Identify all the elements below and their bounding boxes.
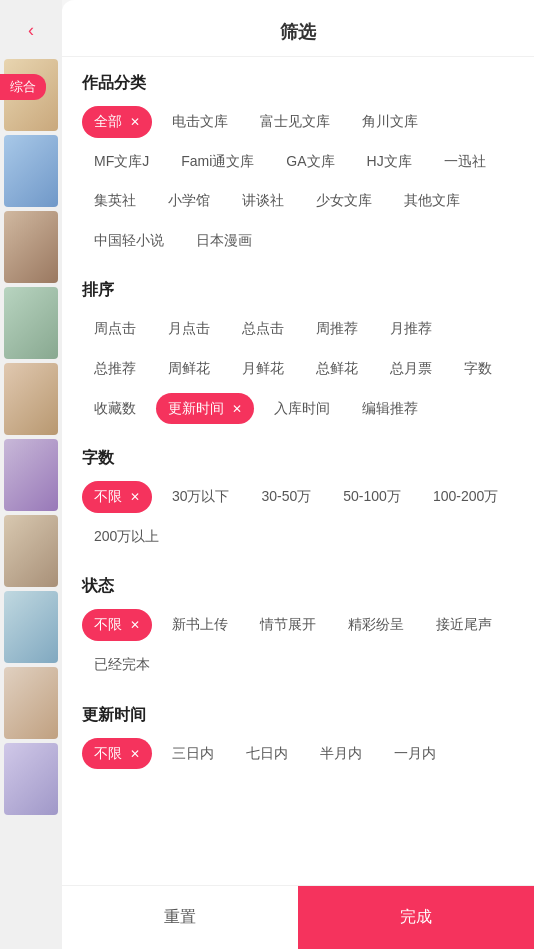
sidebar-book-card[interactable] [4, 515, 58, 587]
tag-sort-总推荐[interactable]: 总推荐 [82, 353, 148, 385]
tag-wordcount-100-200万[interactable]: 100-200万 [421, 481, 510, 513]
tag-category-Fami通文库[interactable]: Fami通文库 [169, 146, 266, 178]
tag-update_time-不限[interactable]: 不限 ✕ [82, 738, 152, 770]
tag-category-电击文库[interactable]: 电击文库 [160, 106, 240, 138]
sidebar-book-card[interactable] [4, 287, 58, 359]
tag-status-精彩纷呈[interactable]: 精彩纷呈 [336, 609, 416, 641]
tag-status-已经完本[interactable]: 已经完本 [82, 649, 162, 681]
tag-update_time-半月内[interactable]: 半月内 [308, 738, 374, 770]
tag-category-小学馆[interactable]: 小学馆 [156, 185, 222, 217]
tags-container-category: 全部 ✕电击文库富士见文库角川文库MF文库JFami通文库GA文库HJ文库一迅社… [82, 106, 514, 256]
tag-sort-字数[interactable]: 字数 [452, 353, 504, 385]
sidebar-book-list [0, 51, 62, 823]
tag-sort-周点击[interactable]: 周点击 [82, 313, 148, 345]
sidebar-book-card[interactable] [4, 439, 58, 511]
reset-button[interactable]: 重置 [62, 886, 298, 949]
tag-status-接近尾声[interactable]: 接近尾声 [424, 609, 504, 641]
active-tab[interactable]: 综合 [0, 74, 46, 100]
tag-wordcount-不限[interactable]: 不限 ✕ [82, 481, 152, 513]
tag-sort-总月票[interactable]: 总月票 [378, 353, 444, 385]
sidebar-book-card[interactable] [4, 743, 58, 815]
tag-close-icon[interactable]: ✕ [130, 490, 140, 504]
tag-category-HJ文库[interactable]: HJ文库 [355, 146, 424, 178]
tag-update_time-三日内[interactable]: 三日内 [160, 738, 226, 770]
tag-category-富士见文库[interactable]: 富士见文库 [248, 106, 342, 138]
tags-container-sort: 周点击月点击总点击周推荐月推荐总推荐周鲜花月鲜花总鲜花总月票字数收藏数更新时间 … [82, 313, 514, 424]
tag-sort-月推荐[interactable]: 月推荐 [378, 313, 444, 345]
tag-category-中国轻小说[interactable]: 中国轻小说 [82, 225, 176, 257]
sidebar-book-card[interactable] [4, 211, 58, 283]
tag-category-日本漫画[interactable]: 日本漫画 [184, 225, 264, 257]
tag-status-新书上传[interactable]: 新书上传 [160, 609, 240, 641]
tag-sort-月鲜花[interactable]: 月鲜花 [230, 353, 296, 385]
sidebar-book-card[interactable] [4, 363, 58, 435]
section-title-category: 作品分类 [82, 73, 514, 94]
tag-category-讲谈社[interactable]: 讲谈社 [230, 185, 296, 217]
panel-title: 筛选 [280, 22, 316, 42]
tag-sort-编辑推荐[interactable]: 编辑推荐 [350, 393, 430, 425]
filter-panel: 筛选 作品分类全部 ✕电击文库富士见文库角川文库MF文库JFami通文库GA文库… [62, 0, 534, 949]
tag-update_time-七日内[interactable]: 七日内 [234, 738, 300, 770]
tag-category-GA文库[interactable]: GA文库 [274, 146, 346, 178]
sidebar-book-card[interactable] [4, 135, 58, 207]
tags-container-update_time: 不限 ✕三日内七日内半月内一月内 [82, 738, 514, 770]
tag-sort-收藏数[interactable]: 收藏数 [82, 393, 148, 425]
tag-sort-总鲜花[interactable]: 总鲜花 [304, 353, 370, 385]
tag-sort-周推荐[interactable]: 周推荐 [304, 313, 370, 345]
tag-category-全部[interactable]: 全部 ✕ [82, 106, 152, 138]
tags-container-wordcount: 不限 ✕30万以下30-50万50-100万100-200万200万以上 [82, 481, 514, 552]
tag-category-一迅社[interactable]: 一迅社 [432, 146, 498, 178]
tag-update_time-一月内[interactable]: 一月内 [382, 738, 448, 770]
back-icon[interactable]: ‹ [28, 20, 34, 41]
section-title-wordcount: 字数 [82, 448, 514, 469]
panel-content: 作品分类全部 ✕电击文库富士见文库角川文库MF文库JFami通文库GA文库HJ文… [62, 57, 534, 885]
tag-category-其他文库[interactable]: 其他文库 [392, 185, 472, 217]
tag-sort-入库时间[interactable]: 入库时间 [262, 393, 342, 425]
tag-wordcount-200万以上[interactable]: 200万以上 [82, 521, 171, 553]
panel-footer: 重置 完成 [62, 885, 534, 949]
tag-wordcount-30万以下[interactable]: 30万以下 [160, 481, 242, 513]
tag-wordcount-50-100万[interactable]: 50-100万 [331, 481, 413, 513]
tag-wordcount-30-50万[interactable]: 30-50万 [249, 481, 323, 513]
sidebar-peek: ‹ [0, 0, 62, 949]
tag-close-icon[interactable]: ✕ [130, 747, 140, 761]
tag-status-不限[interactable]: 不限 ✕ [82, 609, 152, 641]
tag-close-icon[interactable]: ✕ [130, 618, 140, 632]
sidebar-book-card[interactable] [4, 667, 58, 739]
tag-category-少女文库[interactable]: 少女文库 [304, 185, 384, 217]
section-title-sort: 排序 [82, 280, 514, 301]
section-sort: 排序周点击月点击总点击周推荐月推荐总推荐周鲜花月鲜花总鲜花总月票字数收藏数更新时… [82, 280, 514, 424]
tag-close-icon[interactable]: ✕ [232, 402, 242, 416]
tag-status-情节展开[interactable]: 情节展开 [248, 609, 328, 641]
tag-sort-周鲜花[interactable]: 周鲜花 [156, 353, 222, 385]
tag-category-角川文库[interactable]: 角川文库 [350, 106, 430, 138]
section-title-status: 状态 [82, 576, 514, 597]
confirm-button[interactable]: 完成 [298, 886, 534, 949]
tag-sort-更新时间[interactable]: 更新时间 ✕ [156, 393, 254, 425]
tags-container-status: 不限 ✕新书上传情节展开精彩纷呈接近尾声已经完本 [82, 609, 514, 680]
section-category: 作品分类全部 ✕电击文库富士见文库角川文库MF文库JFami通文库GA文库HJ文… [82, 73, 514, 256]
section-status: 状态不限 ✕新书上传情节展开精彩纷呈接近尾声已经完本 [82, 576, 514, 680]
section-wordcount: 字数不限 ✕30万以下30-50万50-100万100-200万200万以上 [82, 448, 514, 552]
sidebar-book-card[interactable] [4, 591, 58, 663]
tag-category-MF文库J[interactable]: MF文库J [82, 146, 161, 178]
tag-sort-月点击[interactable]: 月点击 [156, 313, 222, 345]
tag-category-集英社[interactable]: 集英社 [82, 185, 148, 217]
sidebar-back[interactable]: ‹ [0, 0, 62, 51]
section-update_time: 更新时间不限 ✕三日内七日内半月内一月内 [82, 705, 514, 770]
section-title-update_time: 更新时间 [82, 705, 514, 726]
panel-header: 筛选 [62, 0, 534, 57]
tag-sort-总点击[interactable]: 总点击 [230, 313, 296, 345]
tag-close-icon[interactable]: ✕ [130, 115, 140, 129]
